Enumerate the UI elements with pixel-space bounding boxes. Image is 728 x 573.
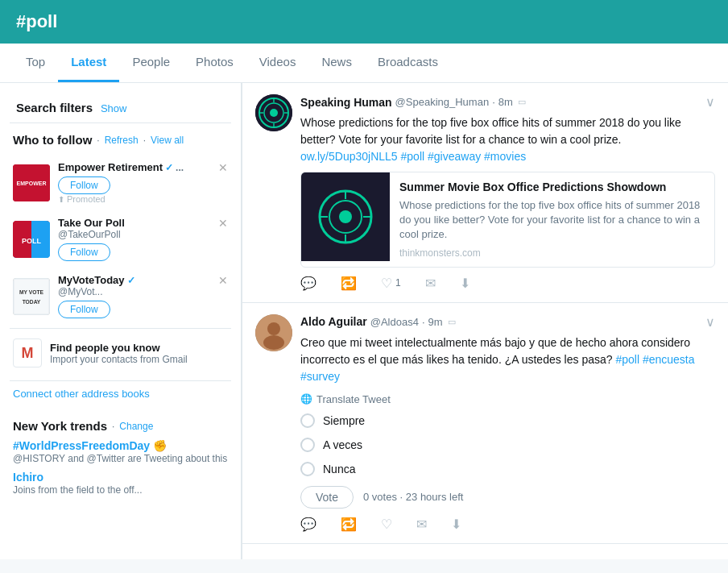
retweet-icon-1: 🔁 <box>341 276 357 291</box>
find-people-subtitle: Import your contacts from Gmail <box>50 354 188 365</box>
trend-item-ichiro: Ichiro Joins from the field to the off..… <box>13 471 228 497</box>
svg-text:MY VOTE: MY VOTE <box>19 289 44 295</box>
tweet-text-1: Whose predictions for the top five box o… <box>300 114 715 165</box>
ny-trends-section: New York trends · Change #WorldPressFree… <box>10 419 231 497</box>
retweet-button-2[interactable]: 🔁 <box>341 517 357 532</box>
trend-desc-ichiro: Joins from the field to the off... <box>13 484 228 497</box>
trend-desc-worldpress: @HISTORY and @Twitter are Tweeting about… <box>13 452 228 466</box>
avatar-speakinghuman <box>255 94 292 131</box>
reply-button-1[interactable]: 💬 <box>300 276 316 291</box>
follow-button-myvotetoday[interactable]: Follow <box>58 301 110 318</box>
poll-option-aveces: A veces <box>300 438 715 452</box>
translate-tweet-row: 🌐 Translate Tweet <box>300 393 715 405</box>
search-filters-show-link[interactable]: Show <box>101 102 127 114</box>
gmail-icon: M <box>13 338 42 367</box>
tweet-hashtag-movies[interactable]: #movies <box>484 150 526 163</box>
poll-label-aveces: A veces <box>323 438 362 451</box>
page-title: #poll <box>16 11 712 32</box>
like-button-1[interactable]: ♡ 1 <box>381 276 401 291</box>
close-button-empower[interactable]: ✕ <box>218 161 228 174</box>
tab-latest[interactable]: Latest <box>58 44 119 82</box>
like-button-2[interactable]: ♡ <box>381 517 392 532</box>
tweet-chevron-1[interactable]: ∨ <box>705 94 715 110</box>
tweet-author-1: Speaking Human <box>300 96 392 109</box>
search-filters-label: Search filters <box>16 101 93 114</box>
follow-button-takeourpoll[interactable]: Follow <box>58 243 110 261</box>
preview-domain-1: thinkmonsters.com <box>399 247 705 259</box>
tweet-poll-hashtag[interactable]: #poll <box>615 353 639 366</box>
bookmark-button-2[interactable]: ⬇ <box>451 517 461 532</box>
close-button-takeourpoll[interactable]: ✕ <box>218 217 228 230</box>
dm-button-2[interactable]: ✉ <box>416 517 427 532</box>
bookmark-button-1[interactable]: ⬇ <box>460 276 470 291</box>
bookmark-icon-1: ⬇ <box>460 276 470 291</box>
tweet-card-speakinghuman: Speaking Human @Speaking_Human · 8m ▭ ∨ … <box>242 83 728 303</box>
tweet-header-2: Aldo Aguilar @Aldoas4 · 9m ▭ ∨ Creo que … <box>255 314 715 532</box>
reply-button-2[interactable]: 💬 <box>300 517 316 532</box>
view-all-link[interactable]: View all <box>151 135 184 146</box>
change-trends-link[interactable]: Change <box>119 421 153 432</box>
tab-top[interactable]: Top <box>13 44 58 82</box>
like-icon-1: ♡ <box>381 276 392 291</box>
poll-radio-aveces[interactable] <box>300 438 315 452</box>
nav-bar: Top Latest People Photos Videos News Bro… <box>0 44 728 83</box>
trend-hashtag-worldpress[interactable]: #WorldPressFreedomDay ✊ <box>13 439 167 452</box>
follow-info-myvotetoday: MyVoteToday ✓ @MyVot... Follow <box>58 274 228 318</box>
tweet-author-2: Aldo Aguilar <box>300 315 367 328</box>
poll-label-nunca: Nunca <box>323 463 355 475</box>
tweet-handle-1: @Speaking_Human <box>395 96 490 108</box>
tab-photos[interactable]: Photos <box>183 44 246 82</box>
vote-stats: 0 votes · 23 hours left <box>363 491 463 503</box>
follow-name-text-myvotetoday: MyVoteToday <box>58 274 125 286</box>
reply-icon-2: 💬 <box>300 517 316 532</box>
platform-icon-1: ▭ <box>518 97 526 107</box>
ny-trends-title: New York trends <box>13 419 107 433</box>
promoted-icon: ⬆ <box>58 195 64 204</box>
dm-icon-2: ✉ <box>416 517 427 532</box>
vote-button[interactable]: Vote <box>300 486 354 509</box>
who-to-follow-title: Who to follow <box>13 133 92 147</box>
tab-news[interactable]: News <box>308 44 365 82</box>
tweet-link-1[interactable]: ow.ly/5Dup30jNLL5 <box>300 150 398 163</box>
tweet-encuesta-hashtag[interactable]: #encuesta <box>643 353 695 366</box>
follow-name-text-empower: Empower Retirement <box>58 161 163 173</box>
dm-button-1[interactable]: ✉ <box>425 276 436 291</box>
tweet-actions-1: 💬 🔁 ♡ 1 ✉ ⬇ <box>300 276 715 291</box>
follow-button-empower[interactable]: Follow <box>58 176 110 194</box>
retweet-button-1[interactable]: 🔁 <box>341 276 357 291</box>
translate-label[interactable]: Translate Tweet <box>316 393 391 405</box>
tweet-meta-2: Aldo Aguilar @Aldoas4 · 9m ▭ ∨ <box>300 314 715 330</box>
tweet-actions-2: 💬 🔁 ♡ ✉ ⬇ <box>300 517 715 532</box>
tweet-hashtag-giveaway[interactable]: #giveaway <box>428 150 481 163</box>
find-people-title: Find people you know <box>50 342 188 354</box>
dm-icon-1: ✉ <box>425 276 436 291</box>
close-button-myvotetoday[interactable]: ✕ <box>218 274 228 287</box>
poll-radio-nunca[interactable] <box>300 462 315 476</box>
preview-image-1 <box>301 172 390 261</box>
tweet-card-preview-1[interactable]: Summer Movie Box Office Predictions Show… <box>300 172 715 268</box>
retweet-icon-2: 🔁 <box>341 517 357 532</box>
tweet-card-aldo: Aldo Aguilar @Aldoas4 · 9m ▭ ∨ Creo que … <box>242 303 728 544</box>
tweet-chevron-2[interactable]: ∨ <box>705 314 715 330</box>
svg-point-26 <box>263 335 284 350</box>
follow-handle-takeourpoll: @TakeOurPoll <box>58 229 228 240</box>
poll-vote-row: Vote 0 votes · 23 hours left <box>300 486 715 509</box>
promoted-label-empower: ⬆ Promoted <box>58 194 228 204</box>
platform-icon-2: ▭ <box>448 317 456 327</box>
connect-address-books-link[interactable]: Connect other address books <box>10 380 231 406</box>
follow-info-takeourpoll: Take Our Poll @TakeOurPoll Follow <box>58 217 228 261</box>
poll-option-nunca: Nunca <box>300 462 715 476</box>
tweet-header-1: Speaking Human @Speaking_Human · 8m ▭ ∨ … <box>255 94 715 291</box>
trend-name-ichiro[interactable]: Ichiro <box>13 471 228 484</box>
refresh-link[interactable]: Refresh <box>105 135 139 146</box>
tab-broadcasts[interactable]: Broadcasts <box>365 44 451 82</box>
tweet-body-1: Speaking Human @Speaking_Human · 8m ▭ ∨ … <box>300 94 715 291</box>
tweet-survey-hashtag[interactable]: #survey <box>300 370 340 383</box>
trend-item-worldpress: #WorldPressFreedomDay ✊ @HISTORY and @Tw… <box>13 439 228 466</box>
svg-text:POLL: POLL <box>22 237 42 245</box>
tab-people[interactable]: People <box>119 44 183 82</box>
tweet-time-2: 9m <box>428 316 443 328</box>
tab-videos[interactable]: Videos <box>246 44 309 82</box>
poll-radio-siempre[interactable] <box>300 413 315 428</box>
tweet-hashtags-1[interactable]: #poll <box>401 150 425 163</box>
